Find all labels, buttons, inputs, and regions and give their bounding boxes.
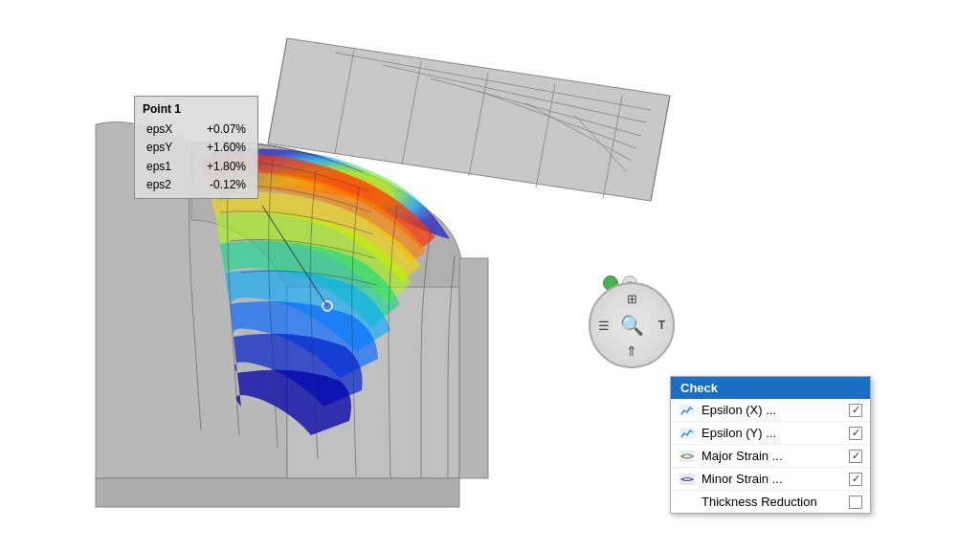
point-label: eps1 [143, 158, 188, 176]
radial-circle[interactable]: ⊞ T ⇑ ☰ 🔍 [589, 282, 675, 368]
check-icon-epsilon-x [679, 404, 696, 417]
svg-point-15 [323, 301, 332, 311]
point-data-row: eps2-0.12% [143, 176, 250, 194]
point-data-row: epsY+1.60% [143, 139, 250, 157]
checkbox-epsilon-y[interactable]: ✓ [849, 427, 862, 440]
check-mark-icon: ✓ [852, 450, 860, 462]
check-item-epsilon-x[interactable]: Epsilon (X) ...✓ [671, 399, 870, 422]
svg-marker-17 [96, 478, 459, 507]
check-label-epsilon-y: Epsilon (Y) ... [702, 426, 849, 440]
check-icon-epsilon-y [679, 427, 696, 440]
point-label: epsX [143, 121, 188, 139]
point-label: eps2 [143, 176, 188, 194]
point-value: +1.60% [188, 139, 250, 157]
check-label-epsilon-x: Epsilon (X) ... [702, 403, 849, 417]
point-label: epsY [143, 139, 188, 157]
radial-bottom-icon[interactable]: ⇑ [626, 343, 637, 359]
svg-rect-16 [459, 258, 488, 478]
check-item-epsilon-y[interactable]: Epsilon (Y) ...✓ [671, 422, 870, 445]
check-icon-minor-strain [679, 473, 696, 486]
point-info-panel: Point 1 epsX+0.07%epsY+1.60%eps1+1.80%ep… [134, 96, 258, 199]
point-value: -0.12% [188, 176, 250, 194]
check-items-container: Epsilon (X) ...✓Epsilon (Y) ...✓Major St… [671, 399, 870, 513]
point-data-row: epsX+0.07% [143, 121, 250, 139]
point-value: +1.80% [188, 158, 250, 176]
check-mark-icon: ✓ [852, 473, 860, 485]
checkbox-thickness-reduction[interactable] [849, 496, 862, 509]
checkbox-minor-strain[interactable]: ✓ [849, 473, 862, 486]
check-item-thickness-reduction[interactable]: Thickness Reduction [671, 491, 870, 513]
checkbox-major-strain[interactable]: ✓ [849, 450, 862, 463]
point-value: +0.07% [188, 121, 250, 139]
check-icon-thickness-reduction [679, 496, 696, 509]
radial-left-icon[interactable]: ☰ [598, 319, 610, 333]
radial-menu[interactable]: ⊞ T ⇑ ☰ 🔍 [589, 282, 675, 368]
point-data-row: eps1+1.80% [143, 158, 250, 176]
checkbox-epsilon-x[interactable]: ✓ [849, 404, 862, 417]
check-label-major-strain: Major Strain ... [702, 449, 849, 463]
check-panel-title: Check [671, 377, 870, 399]
check-label-minor-strain: Minor Strain ... [702, 472, 849, 486]
check-panel: Check Epsilon (X) ...✓Epsilon (Y) ...✓Ma… [670, 376, 871, 514]
point-data-table: epsX+0.07%epsY+1.60%eps1+1.80%eps2-0.12% [143, 121, 250, 194]
radial-top-icon[interactable]: ⊞ [627, 292, 637, 306]
radial-right-icon[interactable]: T [658, 319, 665, 332]
check-icon-major-strain [679, 450, 696, 463]
check-mark-icon: ✓ [852, 427, 860, 439]
point-title: Point 1 [143, 100, 250, 119]
check-mark-icon: ✓ [852, 404, 860, 416]
check-item-major-strain[interactable]: Major Strain ...✓ [671, 445, 870, 468]
check-label-thickness-reduction: Thickness Reduction [702, 495, 849, 509]
search-icon[interactable]: 🔍 [620, 314, 644, 337]
check-item-minor-strain[interactable]: Minor Strain ...✓ [671, 468, 870, 491]
